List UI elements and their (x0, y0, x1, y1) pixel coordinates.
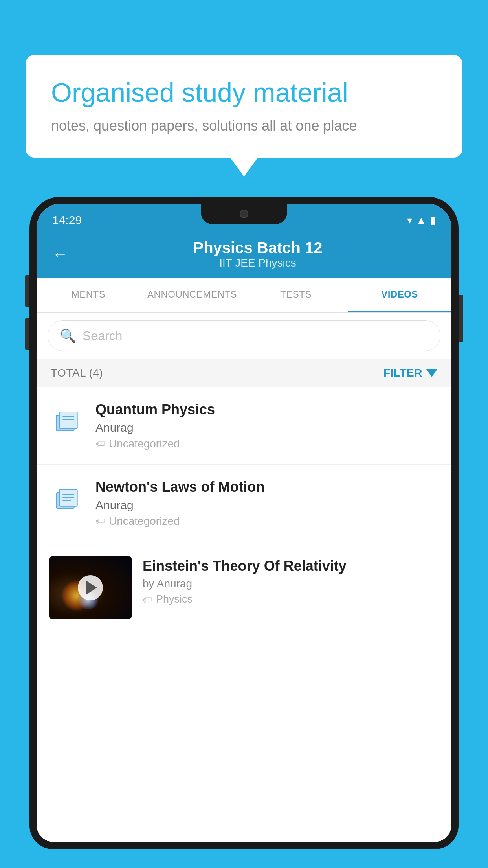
wifi-icon: ▾ (407, 214, 412, 226)
item-tag-label: Uncategorized (109, 438, 180, 450)
item-icon (49, 404, 84, 439)
search-container: 🔍 Search (37, 313, 451, 359)
item-tag-label: Uncategorized (109, 515, 180, 528)
item-author: Anurag (95, 421, 439, 434)
folder-icon (51, 406, 83, 437)
filter-label: FILTER (383, 367, 422, 379)
last-item-content: Einstein's Theory Of Relativity by Anura… (143, 556, 439, 605)
speech-bubble: Organised study material notes, question… (26, 55, 462, 158)
power-button[interactable] (459, 295, 463, 342)
play-button[interactable] (78, 575, 103, 600)
item-title: Quantum Physics (95, 401, 439, 418)
back-button[interactable]: ← (52, 245, 68, 263)
search-bar[interactable]: 🔍 Search (48, 320, 440, 351)
volume-up-button[interactable] (25, 275, 29, 307)
speech-bubble-subtext: notes, question papers, solutions all at… (51, 118, 437, 134)
status-icons: ▾ ▲ ▮ (407, 214, 436, 226)
play-icon (86, 581, 97, 595)
filter-button[interactable]: FILTER (383, 367, 437, 379)
search-input[interactable]: Search (83, 329, 122, 343)
search-icon: 🔍 (60, 328, 76, 344)
signal-icon: ▲ (416, 214, 426, 226)
svg-rect-1 (59, 412, 77, 429)
item-content: Newton's Laws of Motion Anurag 🏷 Uncateg… (95, 479, 439, 528)
front-camera (240, 210, 248, 218)
item-title: Newton's Laws of Motion (95, 479, 439, 495)
list-item[interactable]: Einstein's Theory Of Relativity by Anura… (37, 542, 451, 633)
video-thumbnail (49, 556, 132, 619)
phone-notch (201, 204, 287, 224)
speech-bubble-container: Organised study material notes, question… (26, 55, 462, 158)
content-list: Quantum Physics Anurag 🏷 Uncategorized (37, 387, 451, 842)
item-tag: 🏷 Uncategorized (95, 438, 439, 450)
item-content: Quantum Physics Anurag 🏷 Uncategorized (95, 401, 439, 450)
battery-icon: ▮ (430, 214, 436, 226)
tabs-bar: MENTS ANNOUNCEMENTS TESTS VIDEOS (37, 278, 451, 313)
tag-icon: 🏷 (95, 516, 105, 527)
status-time: 14:29 (52, 213, 82, 227)
item-title: Einstein's Theory Of Relativity (143, 558, 439, 574)
tab-ments[interactable]: MENTS (37, 278, 140, 312)
filter-icon (426, 369, 437, 377)
header-text: Physics Batch 12 IIT JEE Physics (80, 239, 436, 269)
volume-down-button[interactable] (25, 318, 29, 350)
total-label: TOTAL (4) (51, 367, 103, 379)
tab-videos[interactable]: VIDEOS (348, 278, 451, 312)
header-title: Physics Batch 12 (80, 239, 436, 257)
item-tag: 🏷 Uncategorized (95, 515, 439, 528)
list-item[interactable]: Quantum Physics Anurag 🏷 Uncategorized (37, 387, 451, 465)
speech-bubble-heading: Organised study material (51, 77, 437, 109)
app-header: ← Physics Batch 12 IIT JEE Physics (37, 232, 451, 278)
tag-icon: 🏷 (95, 438, 105, 449)
filter-row: TOTAL (4) FILTER (37, 359, 451, 387)
item-author: by Anurag (143, 577, 439, 590)
phone-outer: 14:29 ▾ ▲ ▮ ← Physics Batch 12 IIT JEE P… (29, 197, 459, 849)
tab-tests[interactable]: TESTS (244, 278, 348, 312)
item-tag: 🏷 Physics (143, 593, 439, 605)
tag-icon: 🏷 (143, 594, 152, 605)
item-author: Anurag (95, 498, 439, 512)
phone-screen: 14:29 ▾ ▲ ▮ ← Physics Batch 12 IIT JEE P… (37, 204, 451, 842)
item-icon (49, 481, 84, 517)
folder-icon (51, 483, 83, 515)
list-item[interactable]: Newton's Laws of Motion Anurag 🏷 Uncateg… (37, 465, 451, 542)
phone-container: 14:29 ▾ ▲ ▮ ← Physics Batch 12 IIT JEE P… (29, 197, 459, 868)
tab-announcements[interactable]: ANNOUNCEMENTS (140, 278, 244, 312)
item-tag-label: Physics (156, 593, 193, 605)
header-subtitle: IIT JEE Physics (80, 257, 436, 269)
svg-rect-6 (59, 489, 77, 506)
